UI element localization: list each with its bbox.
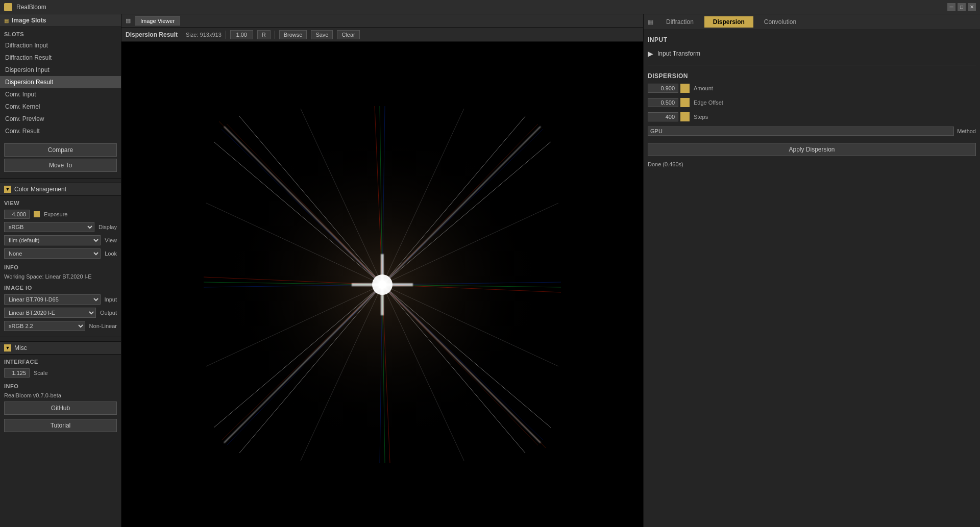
io-input-label: Input bbox=[105, 296, 117, 303]
image-viewer-tab[interactable]: Image Viewer bbox=[135, 16, 180, 26]
maximize-button[interactable]: □ bbox=[958, 3, 966, 11]
io-input-select[interactable]: Linear BT.709 I-D65 bbox=[4, 294, 101, 305]
io-output-row: Linear BT.2020 I-E Output bbox=[0, 306, 121, 319]
method-row: GPU CPU Method bbox=[648, 127, 976, 136]
io-output-select[interactable]: Linear BT.2020 I-E bbox=[4, 308, 96, 318]
look-row: None Look bbox=[0, 247, 121, 260]
edge-offset-label: Edge Offset bbox=[694, 99, 723, 106]
tab-diffraction[interactable]: Diffraction bbox=[657, 16, 702, 28]
scale-value[interactable]: 1.125 bbox=[4, 368, 30, 378]
minimize-button[interactable]: ─ bbox=[947, 3, 955, 11]
display-row: sRGB Display bbox=[0, 220, 121, 234]
dispersion-section-label: DISPERSION bbox=[648, 70, 976, 81]
slot-conv-preview[interactable]: Conv. Preview bbox=[0, 113, 121, 125]
viewer-header: ▦ Image Viewer bbox=[121, 14, 643, 28]
image-slots-title: Image Slots bbox=[12, 17, 46, 24]
image-canvas[interactable] bbox=[121, 42, 643, 527]
zoom-input[interactable] bbox=[230, 30, 253, 39]
tab-dispersion[interactable]: Dispersion bbox=[704, 16, 753, 28]
right-filter-icon: ▦ bbox=[648, 18, 653, 26]
working-space-text: Working Space: Linear BT.2020 I-E bbox=[0, 272, 121, 281]
color-management-title: Color Management bbox=[14, 186, 66, 193]
steps-input[interactable] bbox=[648, 112, 678, 121]
filter-icon: ▦ bbox=[4, 18, 9, 23]
image-slots-header: ▦ Image Slots bbox=[0, 14, 121, 27]
steps-color-box[interactable] bbox=[680, 112, 690, 121]
io-input-row: Linear BT.709 I-D65 Input bbox=[0, 293, 121, 306]
interface-label: INTERFACE bbox=[0, 355, 121, 367]
misc-info-label: INFO bbox=[0, 379, 121, 391]
tab-convolution[interactable]: Convolution bbox=[755, 16, 805, 28]
amount-label: Amount bbox=[694, 85, 713, 91]
color-management-header[interactable]: ▼ Color Management bbox=[0, 183, 121, 196]
left-panel: ▦ Image Slots SLOTS Diffraction Input Di… bbox=[0, 14, 121, 527]
filter-icon-center: ▦ bbox=[126, 17, 131, 24]
status-text: Done (0.460s) bbox=[648, 159, 976, 169]
window-controls[interactable]: ─ □ ✕ bbox=[947, 3, 976, 11]
method-select[interactable]: GPU CPU bbox=[648, 127, 954, 136]
github-button[interactable]: GitHub bbox=[4, 401, 117, 415]
app-title: RealBloom bbox=[16, 4, 46, 11]
toolbar-sep-1 bbox=[226, 31, 226, 39]
input-transform-row: ▶ Input Transform bbox=[648, 47, 976, 60]
exposure-value[interactable]: 4.000 bbox=[4, 210, 30, 219]
toolbar-sep-2 bbox=[275, 31, 275, 39]
amount-row: Amount bbox=[648, 84, 976, 93]
right-panel-content: INPUT ▶ Input Transform DISPERSION Amoun… bbox=[644, 30, 980, 173]
display-select[interactable]: sRGB bbox=[4, 222, 94, 232]
compare-button[interactable]: Compare bbox=[4, 143, 117, 157]
edge-offset-input[interactable] bbox=[648, 98, 678, 107]
divider-2 bbox=[0, 337, 121, 337]
amount-color-box[interactable] bbox=[680, 84, 690, 93]
slot-dispersion-input[interactable]: Dispersion Input bbox=[0, 64, 121, 76]
display-label: Display bbox=[99, 224, 117, 230]
right-divider-1 bbox=[648, 65, 976, 65]
input-transform-label: Input Transform bbox=[657, 50, 700, 57]
tutorial-button[interactable]: Tutorial bbox=[4, 419, 117, 432]
view-label: VIEW bbox=[0, 196, 121, 208]
steps-label: Steps bbox=[694, 114, 708, 120]
image-io-label: IMAGE IO bbox=[0, 281, 121, 293]
slot-conv-kernel[interactable]: Conv. Kernel bbox=[0, 101, 121, 113]
slot-diffraction-input[interactable]: Diffraction Input bbox=[0, 39, 121, 52]
play-icon[interactable]: ▶ bbox=[648, 49, 653, 58]
look-select[interactable]: None bbox=[4, 248, 101, 259]
input-section-label: INPUT bbox=[648, 34, 976, 44]
edge-offset-row: Edge Offset bbox=[648, 98, 976, 107]
apply-dispersion-button[interactable]: Apply Dispersion bbox=[648, 143, 976, 156]
image-toolbar: Dispersion Result Size: 913x913 R Browse… bbox=[121, 28, 643, 42]
image-title: Dispersion Result bbox=[126, 31, 178, 38]
starburst-svg bbox=[199, 101, 566, 468]
save-button[interactable]: Save bbox=[311, 30, 333, 39]
scale-row: 1.125 Scale bbox=[0, 367, 121, 379]
amount-input[interactable] bbox=[648, 84, 678, 93]
move-to-button[interactable]: Move To bbox=[4, 159, 117, 172]
look-label: Look bbox=[105, 250, 117, 257]
center-panel: ▦ Image Viewer Dispersion Result Size: 9… bbox=[121, 14, 643, 527]
close-button[interactable]: ✕ bbox=[968, 3, 976, 11]
view-select[interactable]: flim (default) bbox=[4, 235, 101, 245]
clear-button[interactable]: Clear bbox=[337, 30, 359, 39]
slot-conv-input[interactable]: Conv. Input bbox=[0, 88, 121, 101]
misc-header[interactable]: ▼ Misc bbox=[0, 341, 121, 355]
browse-button[interactable]: Browse bbox=[279, 30, 307, 39]
io-nonlinear-label: Non-Linear bbox=[89, 323, 117, 329]
info-label: INFO bbox=[0, 260, 121, 272]
exposure-label: Exposure bbox=[44, 211, 67, 217]
reset-zoom-button[interactable]: R bbox=[257, 30, 271, 39]
io-output-label: Output bbox=[100, 310, 117, 316]
edge-offset-color-box[interactable] bbox=[680, 98, 690, 107]
color-management-icon: ▼ bbox=[4, 186, 11, 193]
svg-rect-53 bbox=[352, 283, 413, 286]
main-layout: ▦ Image Slots SLOTS Diffraction Input Di… bbox=[0, 14, 980, 527]
app-icon bbox=[4, 3, 12, 11]
title-bar: RealBloom ─ □ ✕ bbox=[0, 0, 980, 14]
view-row: flim (default) View bbox=[0, 234, 121, 247]
slot-conv-result[interactable]: Conv. Result bbox=[0, 125, 121, 137]
exposure-color[interactable] bbox=[34, 211, 40, 217]
slot-diffraction-result[interactable]: Diffraction Result bbox=[0, 52, 121, 64]
method-label: Method bbox=[957, 128, 976, 134]
io-nonlinear-select[interactable]: sRGB 2.2 bbox=[4, 321, 85, 331]
image-size: Size: 913x913 bbox=[186, 32, 222, 38]
slot-dispersion-result[interactable]: Dispersion Result bbox=[0, 76, 121, 88]
